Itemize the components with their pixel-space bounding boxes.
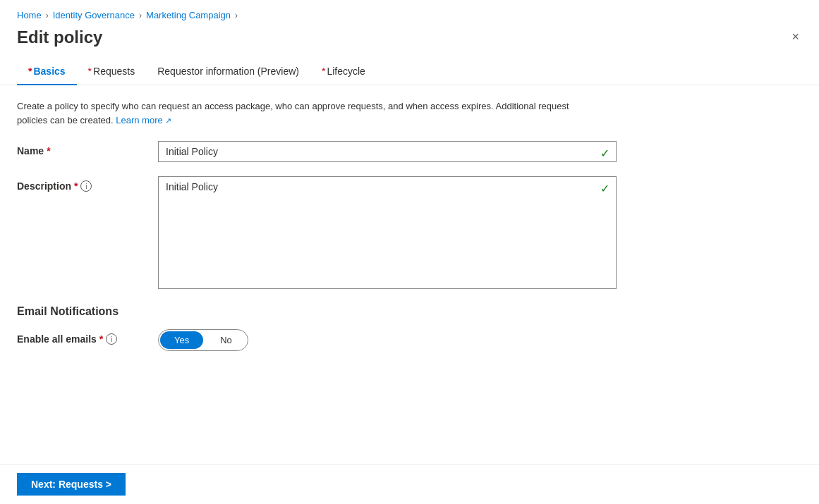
name-label: Name * [17, 141, 158, 156]
description-textarea[interactable]: Initial Policy [158, 176, 617, 289]
name-required-star: * [47, 145, 50, 156]
toggle-yes[interactable]: Yes [160, 331, 203, 349]
description-row: Description * i Initial Policy ✓ [17, 176, 802, 291]
tab-basics[interactable]: *Basics [17, 59, 77, 85]
tabs-container: *Basics *Requests Requestor information … [0, 59, 819, 85]
breadcrumb-sep-3: › [235, 11, 238, 20]
breadcrumb-identity-governance[interactable]: Identity Governance [53, 10, 135, 20]
content-area: Create a policy to specify who can reque… [0, 85, 819, 464]
description-info-icon[interactable]: i [80, 180, 92, 192]
tab-lifecycle-star: * [322, 66, 325, 77]
tab-requests[interactable]: *Requests [77, 59, 147, 85]
name-row: Name * ✓ [17, 141, 802, 162]
footer-bar: Next: Requests > [0, 464, 819, 504]
enable-emails-label: Enable all emails * i [17, 329, 158, 345]
name-check-icon: ✓ [600, 147, 609, 160]
learn-more-link[interactable]: Learn more [116, 115, 171, 125]
description-input-container: Initial Policy ✓ [158, 176, 617, 291]
toggle-container: Yes No [158, 329, 248, 351]
toggle-no[interactable]: No [206, 331, 246, 349]
description-check-icon: ✓ [600, 182, 609, 195]
email-notifications-heading: Email Notifications [17, 305, 802, 318]
breadcrumb-marketing-campaign[interactable]: Marketing Campaign [146, 10, 231, 20]
name-input[interactable] [158, 141, 617, 162]
tab-lifecycle[interactable]: *Lifecycle [310, 59, 377, 85]
info-text: Create a policy to specify who can reque… [17, 99, 581, 127]
description-label: Description * i [17, 176, 158, 192]
enable-emails-star: * [99, 333, 103, 345]
breadcrumb-sep-2: › [139, 11, 142, 20]
enable-emails-row: Enable all emails * i Yes No [17, 329, 802, 351]
tab-requestor-info[interactable]: Requestor information (Preview) [146, 59, 310, 85]
page-header: Edit policy × [0, 25, 819, 59]
breadcrumb-sep-1: › [46, 11, 49, 20]
tab-basics-star: * [28, 66, 32, 77]
yes-no-toggle[interactable]: Yes No [158, 329, 248, 351]
breadcrumb-home[interactable]: Home [17, 10, 42, 20]
enable-emails-info-icon[interactable]: i [106, 333, 117, 345]
name-input-container: ✓ [158, 141, 617, 162]
page-title: Edit policy [17, 27, 102, 47]
form-section: Name * ✓ Description * i Initial Policy … [17, 141, 802, 291]
next-button[interactable]: Next: Requests > [17, 473, 126, 496]
close-button[interactable]: × [789, 27, 802, 46]
breadcrumb: Home › Identity Governance › Marketing C… [0, 0, 819, 25]
tab-requests-star: * [88, 66, 92, 77]
desc-required-star: * [74, 180, 78, 192]
